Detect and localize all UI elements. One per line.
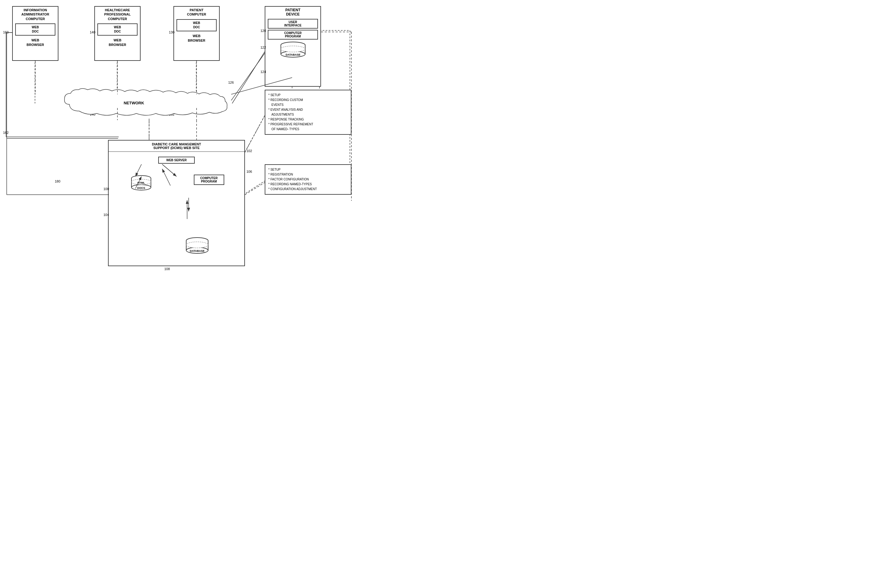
patient-device-db-svg: DATABASE — [278, 41, 308, 58]
label-102: 102 — [246, 149, 252, 153]
web-server-box: WEB SERVER — [158, 157, 195, 164]
patient-computer: PATIENT COMPUTER WEBDOC WEBBROWSER — [173, 6, 220, 61]
patient-computer-title: PATIENT COMPUTER — [174, 7, 219, 18]
info-box-dcms: * SETUP * REGISTRATION * FACTOR CONFIGUR… — [265, 164, 351, 195]
info-item-1: * SETUP — [268, 93, 348, 98]
label-124: 124 — [260, 70, 266, 74]
healthcare-computer: HEALTHECARE PROFESSIONAL COMPUTER WEBDOC… — [94, 6, 141, 61]
svg-point-34 — [281, 46, 305, 52]
svg-point-50 — [186, 242, 208, 248]
patient-computer-webdoc: WEBDOC — [176, 19, 217, 32]
label-140: 140 — [90, 30, 95, 34]
label-130: 130 — [169, 30, 174, 34]
html-docs-db-svg: HTML DOCS — [129, 175, 153, 196]
patient-device-program: COMPUTERPROGRAM — [268, 30, 318, 39]
info-item-2b: EVENTS — [268, 102, 348, 107]
dcms-box: DIABETIC CARE MANGEMENTSUPPORT (DCMS) WE… — [108, 140, 245, 266]
diagram: INFORMATION ADMINISTRATOR COMPUTER WEBDO… — [0, 0, 442, 294]
info-item-2: * RECORDING CUSTOM — [268, 98, 348, 102]
info-box-patient: * SETUP * RECORDING CUSTOM EVENTS * EVEN… — [265, 90, 351, 135]
comp-program-box: COMPUTERPROGRAM — [194, 175, 224, 185]
patient-device: PATIENTDEVICE USERINTERFACE COMPUTERPROG… — [265, 6, 321, 87]
svg-text:NETWORK: NETWORK — [123, 100, 144, 105]
dcms-info-item-4: * RECORDING NAMED-TYPES — [268, 182, 348, 187]
label-126: 126 — [228, 81, 234, 84]
dcms-title: DIABETIC CARE MANGEMENTSUPPORT (DCMS) WE… — [109, 141, 244, 152]
html-docs-container: HTML DOCS — [129, 175, 153, 197]
healthcare-title: HEALTHECARE PROFESSIONAL COMPUTER — [95, 7, 140, 22]
label-160: 160 — [3, 30, 9, 34]
label-104: 104 — [104, 213, 109, 217]
label-106: 106 — [246, 170, 252, 173]
info-admin-browser: WEBBROWSER — [13, 37, 58, 49]
label-122: 122 — [260, 46, 266, 49]
label-180: 180 — [55, 180, 60, 183]
computer-program-container: COMPUTERPROGRAM — [194, 175, 224, 185]
label-108: 108 — [164, 267, 170, 271]
dcms-info-item-1: * SETUP — [268, 167, 348, 172]
info-admin-computer: INFORMATION ADMINISTRATOR COMPUTER WEBDO… — [12, 6, 59, 61]
patient-device-ui: USERINTERFACE — [268, 19, 318, 28]
patient-device-title: PATIENTDEVICE — [265, 7, 320, 18]
healthcare-browser: WEBBROWSER — [95, 37, 140, 49]
svg-line-73 — [245, 183, 265, 195]
info-item-4: * RESPONSE TRACKING — [268, 117, 348, 122]
dcms-info-item-2: * REGISTRATION — [268, 172, 348, 177]
svg-text:HTML: HTML — [137, 181, 145, 184]
label-100: 100 — [104, 187, 109, 191]
label-162: 162 — [3, 131, 9, 135]
info-item-5b: OF NAMED- TYPES — [268, 127, 348, 132]
dcms-db-container: DATABASE — [183, 237, 211, 260]
svg-text:DATABASE: DATABASE — [190, 249, 205, 252]
dcms-info-item-3: * FACTOR CONFIGURATION — [268, 177, 348, 182]
label-120: 120 — [260, 29, 266, 33]
svg-text:DOCS: DOCS — [137, 186, 145, 189]
network-cloud: NETWORK — [61, 87, 237, 120]
network-cloud-svg: NETWORK — [61, 87, 237, 120]
healthcare-webdoc: WEBDOC — [98, 23, 138, 36]
info-item-3b: ADJUSTMENTS — [268, 112, 348, 117]
svg-text:DATABASE: DATABASE — [285, 53, 300, 56]
dcms-info-item-5: * CONFIGURATION ADJUSTMENT — [268, 187, 348, 192]
info-admin-webdoc: WEBDOC — [15, 23, 56, 36]
svg-line-12 — [243, 181, 265, 195]
info-item-5: * PROGRESSIVE REFINEMENT — [268, 122, 348, 127]
patient-computer-browser: WEBBROWSER — [174, 33, 219, 44]
svg-line-72 — [245, 116, 265, 152]
info-admin-title: INFORMATION ADMINISTRATOR COMPUTER — [13, 7, 58, 22]
dcms-db-svg: DATABASE — [183, 237, 211, 258]
info-item-3: * EVENT ANALYSIS AND — [268, 107, 348, 112]
